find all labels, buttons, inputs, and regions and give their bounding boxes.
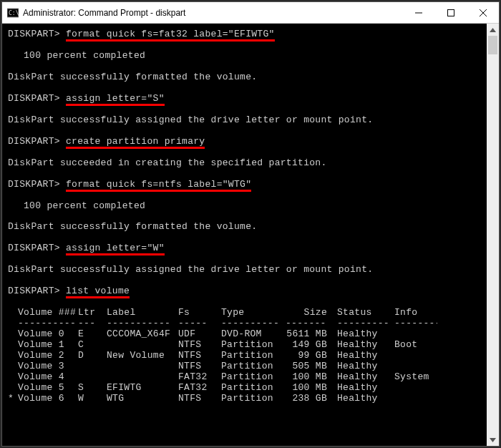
- cell: [8, 383, 14, 394]
- cell: [107, 372, 178, 383]
- cell: 5611 MB: [286, 329, 337, 340]
- cell: 99 GB: [286, 351, 337, 361]
- cell: [8, 340, 14, 351]
- cell: New Volume: [107, 351, 178, 361]
- command-text: assign letter="W": [66, 243, 165, 253]
- cell: Volume 4: [14, 372, 78, 383]
- cell: C: [78, 340, 107, 351]
- cell: Info: [394, 308, 437, 318]
- content-area: DISKPART> format quick fs=fat32 label="E…: [2, 24, 499, 446]
- cell: Volume 6: [14, 394, 78, 404]
- blank-line: [8, 169, 484, 180]
- cell: NTFS: [178, 340, 221, 351]
- table-separator: ----------------------------------------…: [8, 318, 484, 329]
- cell: -----: [178, 318, 221, 329]
- output-line: DiskPart successfully formatted the volu…: [8, 222, 484, 233]
- cell: -------: [286, 318, 337, 329]
- table-row: Volume 5SEFIWTGFAT32Partition100 MBHealt…: [8, 383, 484, 394]
- table-row: Volume 4FAT32Partition100 MBHealthySyste…: [8, 372, 484, 383]
- table-header: Volume ###LtrLabelFsTypeSizeStatusInfo: [8, 308, 484, 318]
- command-text: list volume: [66, 286, 130, 296]
- cell: ----------: [14, 318, 78, 329]
- blank-line: [8, 276, 484, 286]
- output-line: DiskPart succeeded in creating the speci…: [8, 158, 484, 169]
- blank-line: [8, 40, 484, 51]
- cell: WTG: [107, 394, 178, 404]
- cell: [107, 340, 178, 351]
- output-line: DiskPart successfully assigned the drive…: [8, 265, 484, 276]
- prompt-line: DISKPART> create partition primary: [8, 137, 484, 147]
- cell: Partition: [221, 383, 286, 394]
- output-line: DiskPart successfully assigned the drive…: [8, 115, 484, 126]
- svg-marker-6: [490, 28, 496, 32]
- blank-line: [8, 254, 484, 265]
- cell: EFIWTG: [107, 383, 178, 394]
- command-text: format quick fs=fat32 label="EFIWTG": [66, 29, 275, 39]
- cell: Ltr: [78, 308, 107, 318]
- cell: [8, 318, 14, 329]
- cell: NTFS: [178, 394, 221, 404]
- cell: Boot: [394, 340, 437, 351]
- cell: Partition: [221, 394, 286, 404]
- cell: Partition: [221, 361, 286, 372]
- cell: -----------: [107, 318, 178, 329]
- cell: Partition: [221, 340, 286, 351]
- maximize-button[interactable]: [434, 2, 467, 23]
- cell: Healthy: [337, 340, 394, 351]
- scroll-thumb[interactable]: [488, 36, 497, 54]
- titlebar[interactable]: C:\ Administrator: Command Prompt - disk…: [2, 2, 499, 24]
- window-title: Administrator: Command Prompt - diskpart: [23, 8, 402, 18]
- cell: D: [78, 351, 107, 361]
- cell: *: [8, 394, 14, 404]
- scrollbar[interactable]: [487, 24, 499, 446]
- cell: [78, 361, 107, 372]
- terminal-output[interactable]: DISKPART> format quick fs=fat32 label="E…: [2, 24, 487, 446]
- output-line: 100 percent completed: [8, 51, 484, 62]
- cell: --------: [394, 318, 437, 329]
- command-text: assign letter="S": [66, 93, 165, 104]
- cell: NTFS: [178, 351, 221, 361]
- cell: Healthy: [337, 394, 394, 404]
- cell: FAT32: [178, 372, 221, 383]
- cell: Healthy: [337, 361, 394, 372]
- cell: Status: [337, 308, 394, 318]
- cell: CCCOMA_X64F: [107, 329, 178, 340]
- prompt: DISKPART>: [8, 93, 66, 104]
- cell: Volume 3: [14, 361, 78, 372]
- close-button[interactable]: [467, 2, 499, 23]
- prompt: DISKPART>: [8, 179, 66, 190]
- prompt-line: DISKPART> format quick fs=ntfs label="WT…: [8, 180, 484, 190]
- cell: Partition: [221, 372, 286, 383]
- window-controls: [402, 2, 499, 23]
- scroll-up-button[interactable]: [487, 24, 499, 36]
- cell: 505 MB: [286, 361, 337, 372]
- cell: Volume 1: [14, 340, 78, 351]
- scroll-down-button[interactable]: [487, 434, 499, 446]
- table-row: *Volume 6WWTGNTFSPartition238 GBHealthy: [8, 394, 484, 404]
- cell: [394, 329, 437, 340]
- output-line: 100 percent completed: [8, 201, 484, 212]
- cell: Volume 5: [14, 383, 78, 394]
- svg-marker-7: [490, 438, 496, 442]
- minimize-button[interactable]: [402, 2, 434, 23]
- prompt-line: DISKPART> assign letter="W": [8, 243, 484, 254]
- cell: Partition: [221, 351, 286, 361]
- cell: [107, 361, 178, 372]
- blank-line: [8, 147, 484, 158]
- blank-line: [8, 104, 484, 115]
- prompt-line: DISKPART> format quick fs=fat32 label="E…: [8, 29, 484, 40]
- cell: 238 GB: [286, 394, 337, 404]
- cell: Healthy: [337, 351, 394, 361]
- cell: [8, 329, 14, 340]
- cell: [8, 308, 14, 318]
- cell: W: [78, 394, 107, 404]
- prompt-line: DISKPART> assign letter="S": [8, 94, 484, 104]
- cell: System: [394, 372, 437, 383]
- table-row: Volume 1CNTFSPartition149 GBHealthyBoot: [8, 340, 484, 351]
- table-row: Volume 2DNew VolumeNTFSPartition99 GBHea…: [8, 351, 484, 361]
- cell: [394, 361, 437, 372]
- blank-line: [8, 83, 484, 94]
- output-line: DiskPart successfully formatted the volu…: [8, 72, 484, 83]
- scroll-track[interactable]: [487, 36, 499, 434]
- cell: [8, 361, 14, 372]
